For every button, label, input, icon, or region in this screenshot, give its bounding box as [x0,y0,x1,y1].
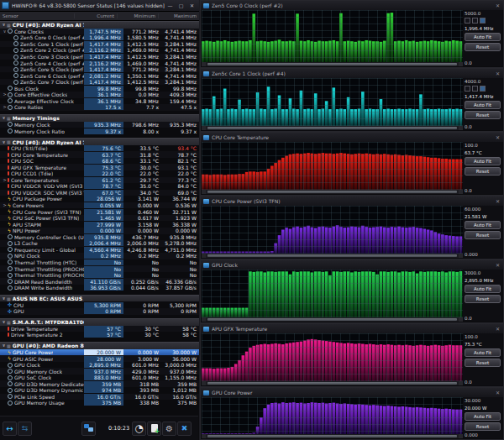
panel-close-icon[interactable]: ✕ [495,71,501,76]
scrollbar-right-cap[interactable] [459,434,463,438]
sensor-row[interactable]: CPU Core Temperature63.7 °C31.8 °C78.7 °… [0,151,199,158]
caret-down-icon[interactable]: ∨ [1,22,7,28]
graph-toggle[interactable] [465,18,470,24]
scrollbar-right-cap[interactable] [459,126,463,130]
sensor-row[interactable]: GPU SoC Clock883.0 MHz601.0 MHz1,155.0 M… [0,375,199,381]
caret-down-icon[interactable]: ∨ [1,115,7,121]
sensor-row[interactable]: CPU CCD1 (Tdie)22.0 °C22.0 °C22.0 °C [0,170,199,177]
sensor-row[interactable]: Zen5c Core 7 Clock (perf #4)1,417.4 MHz1… [0,79,199,86]
close-icon[interactable]: ✕ [186,1,197,11]
reset-button[interactable]: Reset [465,422,501,431]
scrollbar-right-cap[interactable] [459,317,463,322]
scrollbar-thumb[interactable] [207,382,457,385]
column-maximum[interactable]: Maximum [158,13,199,18]
panel-titlebar[interactable]: CPU Core Power (SVI3 TFN)✕ [201,196,503,206]
sensor-row[interactable]: Zen5c Core 3 Clock (perf #4)1,417.4 MHz1… [0,54,199,60]
caret-right-icon[interactable]: > [2,92,8,97]
reset-button[interactable]: Reset [465,231,501,239]
sensor-row[interactable]: Zen5 Core 0 Clock (perf #2)1,996.4 MHz1,… [0,34,199,41]
sensor-row[interactable]: PCIe Link Speed16.0 GT/s16.0 GT/s16.0 GT… [0,394,199,401]
auto-fit-button[interactable]: Auto Fit [465,285,501,293]
sensor-row[interactable]: ϟCPU Package Power28.056 W3.141 W36.744 … [0,196,199,202]
scrollbar-left-cap[interactable] [202,381,206,385]
sensors-button[interactable] [81,422,96,436]
sensor-row[interactable]: L3 Cache2,006.4 MHz2,006.0 MHz5,278.0 MH… [0,240,199,247]
sensor-row[interactable]: Zen5 Core 4 Clock (perf #1)2,116.2 MHz1,… [0,60,199,66]
auto-fit-button[interactable]: Auto Fit [465,101,501,109]
sensor-row[interactable]: Zen5c Core 1 Clock (perf #4)1,417.4 MHz1… [0,41,199,48]
auto-fit-button[interactable]: Auto Fit [465,221,501,229]
scrollbar-left-cap[interactable] [202,317,206,322]
panel-close-icon[interactable]: ✕ [495,326,501,332]
reset-button[interactable]: Reset [465,167,501,175]
scrollbar-right-cap[interactable] [459,190,463,194]
graph-scrollbar[interactable] [202,381,463,385]
graph-toggle[interactable] [465,86,470,92]
log-button[interactable]: + [147,422,161,436]
scrollbar-thumb[interactable] [207,435,457,437]
sensor-row[interactable]: >ϟCore Powers0.055 W0.000 W0.536 W [0,202,199,209]
auto-fit-button[interactable]: Auto Fit [465,157,501,165]
sensor-row[interactable]: ϟCPU SoC Power (SVI3 TFN)1.465 W0.617 W1… [0,215,199,222]
graph-scrollbar[interactable] [202,434,463,438]
graph-toggle[interactable] [480,86,486,92]
sensor-row[interactable]: Drive Temperature57 °C30 °C58 °C [0,326,199,333]
column-sensor[interactable]: Sensor [0,13,74,18]
maximize-icon[interactable]: ▢ [176,1,186,11]
sensor-row[interactable]: CPU (Tctl/Tdie)75.6 °C33.5 °C93.4 °C [0,145,199,152]
sensor-row[interactable]: ϟAPU STAPM27.999 W3.158 W36.338 W [0,221,199,228]
sensor-row[interactable]: APU GFX Temperature75.3 °C30.0 °C93.1 °C [0,164,199,170]
auto-fit-button[interactable]: Auto Fit [465,412,501,421]
scrollbar-thumb[interactable] [207,63,457,65]
sensor-row[interactable]: >Core Effective Clocks36.1 MHz0.0 MHz409… [0,92,199,98]
quit-button[interactable]: ✖ [177,422,192,436]
sensor-row[interactable]: GPU D3D Memory Dedicated359 MB318 MB359 … [0,380,199,387]
graph-scrollbar[interactable] [202,317,463,322]
reset-button[interactable]: Reset [465,295,501,303]
graph-toggle[interactable] [480,18,486,24]
fit-columns-button[interactable]: ↔ [3,422,17,436]
sensor-section-row[interactable]: ∨▦CPU [#0]: AMD Ryzen AI 7 350 [0,21,199,29]
caret-down-icon[interactable]: ∨ [1,343,7,348]
panel-titlebar[interactable]: Zen5c Core 1 Clock (perf #4)✕ [201,69,503,78]
sensor-row[interactable]: ϟGPU ASIC Power28.000 W3.000 W36.000 W [0,355,199,362]
reset-button[interactable]: Reset [465,43,501,51]
sensor-row[interactable]: Thermal Throttling (PROCHOT EXT)NoNoNo [0,272,199,279]
minimize-icon[interactable]: — [165,1,176,11]
sensor-row[interactable]: ✣CPU5,300 RPM0 RPM5,300 RPM [0,301,199,308]
caret-down-icon[interactable]: ∨ [1,139,7,145]
scrollbar-right-cap[interactable] [459,254,463,258]
sensor-row[interactable]: ϟNPU Power0.000 W0.000 W0.000 W [0,228,199,234]
sensor-row[interactable]: Memory Controller Clock (UCLK)935.8 MHz4… [0,234,199,241]
sensor-row[interactable]: CPU SOC68.6 °C33.1 °C82.1 °C [0,158,199,165]
reset-button[interactable]: Reset [465,111,501,119]
caret-right-icon[interactable]: > [2,104,8,110]
panel-close-icon[interactable]: ✕ [495,3,501,8]
scrollbar-thumb[interactable] [207,254,457,257]
sensor-row[interactable]: GPU Memory Usage375 MB338 MB375 MB [0,400,199,406]
reset-button[interactable]: Reset [465,359,501,367]
scrollbar-thumb[interactable] [207,127,457,129]
caret-down-icon[interactable]: ∨ [1,319,7,325]
sensor-row[interactable]: Zen5 Core 6 Clock (perf #1)2,081.2 MHz1,… [0,72,199,79]
graph-scrollbar[interactable] [202,126,463,130]
scrollbar-left-cap[interactable] [202,126,206,130]
sensor-row[interactable]: ∨Core Clocks1,747.5 MHz771.2 MHz4,741.4 … [0,29,199,35]
sensor-section-row[interactable]: ∨▦Memory Timings [0,114,199,122]
panel-close-icon[interactable]: ✕ [495,390,501,395]
caret-down-icon[interactable]: ∨ [1,296,7,301]
sensor-row[interactable]: Bus Clock99.8 MHz99.8 MHz99.8 MHz [0,85,199,92]
sensor-row[interactable]: DRAM Read Bandwidth41.110 GB/s0.252 GB/s… [0,278,199,285]
panel-close-icon[interactable]: ✕ [495,134,501,140]
sensor-section-row[interactable]: ∨▦GPU [#0]: AMD Radeon 860M [0,342,199,349]
column-minimum[interactable]: Minimum [117,13,158,18]
sensor-row[interactable]: Drive Temperature 257 °C30 °C58 °C [0,332,199,338]
scrollbar-thumb[interactable] [207,191,457,193]
sensor-row[interactable]: Memory Clock935.3 MHz798.6 MHz935.3 MHz [0,122,199,128]
sensor-row[interactable]: Zen5c Core 5 Clock (perf #4)1,417.4 MHz7… [0,66,199,73]
scrollbar-thumb[interactable] [207,318,457,321]
sensor-row[interactable]: NPU Clock0.2 MHz0.2 MHz0.2 MHz [0,253,199,259]
clock-button[interactable]: ◔ [132,422,146,436]
panel-close-icon[interactable]: ✕ [495,198,501,204]
scrollbar-left-cap[interactable] [202,62,206,66]
